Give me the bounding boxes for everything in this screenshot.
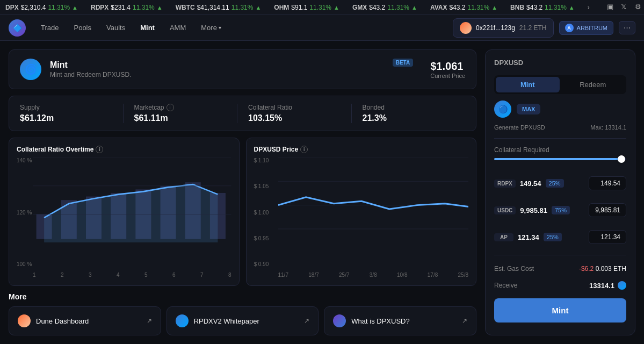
- ticker-avax: AVAX $43.2 11.31% ▲: [430, 4, 497, 11]
- ticker-ohm-change: 11.31%: [309, 4, 331, 11]
- nav-right: 0x221f...123g 21.2 ETH A ARBITRUM ⋯: [453, 18, 635, 38]
- ticker-ohm-value: $91.1: [291, 4, 307, 11]
- ticker-bnb-value: $43.2: [526, 4, 542, 11]
- nav-options-button[interactable]: ⋯: [619, 21, 635, 34]
- price-info-icon[interactable]: i: [300, 146, 308, 153]
- ticker-rdpx-name: RDPX: [91, 4, 108, 11]
- dune-icon: [18, 314, 31, 327]
- price-y-labels: $ 1.10 $ 1.05 $ 1.00 $ 0.95 $ 0.90: [254, 157, 269, 267]
- usdc-input[interactable]: 9,985.81: [589, 203, 626, 217]
- ticker-gmx: GMX $43.2 11.31% ▲: [352, 4, 417, 11]
- panel-header: DPXUSD: [494, 59, 626, 67]
- receive-amount: 13314.1: [589, 281, 626, 290]
- nav-vaults[interactable]: Vaults: [100, 20, 132, 35]
- gas-row: Est. Gas Cost -$6.2 0.003 ETH: [494, 263, 626, 275]
- marketcap-label: Marketcap i: [134, 104, 237, 111]
- svg-marker-8: [44, 184, 218, 242]
- arbitrum-badge[interactable]: A ARBITRUM: [559, 21, 613, 35]
- amount-input[interactable]: [546, 101, 644, 118]
- generate-row: Generate DPXUSD Max: 13314.1: [494, 124, 626, 131]
- gas-label: Est. Gas Cost: [494, 265, 534, 273]
- current-price: $1.061: [430, 60, 465, 73]
- ticker-avax-name: AVAX: [430, 4, 447, 11]
- ticker-wbtc: WBTC $41,314.11 11.31% ▲: [176, 4, 262, 11]
- wallet-avatar: [460, 22, 472, 34]
- mint-button[interactable]: Mint: [494, 298, 626, 322]
- rdpx-badge: RDPX: [494, 180, 516, 188]
- cr-x-labels: 1 2 3 4 5 6 7 8: [33, 272, 231, 278]
- ap-badge: AP: [494, 233, 513, 241]
- ap-input[interactable]: 121.34: [589, 230, 626, 244]
- more-links: Dune Dashboard ↗ RPDXV2 Whitepaper ↗ Wha…: [9, 306, 476, 335]
- usdc-pct: 75%: [552, 206, 570, 214]
- ticker-avax-change: 11.31%: [467, 4, 489, 11]
- ticker-ohm: OHM $91.1 11.31% ▲: [274, 4, 339, 11]
- ticker-rdpx-change: 11.31%: [133, 4, 155, 11]
- ticker-ohm-arrow-up: ▲: [334, 4, 339, 11]
- social-icons: ▣ 𝕏 ⚙: [607, 3, 644, 12]
- token-row-rdpx: RDPX 149.54 25% 149.54: [494, 173, 626, 194]
- cr-chart-card: Collateral Ratio Overtime i 140 % 120 % …: [9, 138, 240, 286]
- cr-info-icon[interactable]: i: [96, 146, 103, 153]
- supply-value: $61.12m: [20, 113, 123, 123]
- dpxusd-label: What is DPXUSD?: [351, 317, 409, 325]
- nav-trade[interactable]: Trade: [34, 20, 65, 35]
- ticker-rdpx-arrow-up: ▲: [157, 4, 163, 11]
- whitepaper-icon: [176, 314, 189, 327]
- arbitrum-label: ARBITRUM: [577, 25, 607, 31]
- cr-chart-title: Collateral Ratio Overtime i: [17, 146, 231, 153]
- collateral-slider-track[interactable]: [494, 158, 626, 160]
- ticker-dpx-arrow-up: ▲: [72, 4, 78, 11]
- max-button[interactable]: MAX: [517, 104, 540, 114]
- usdc-badge: USDC: [494, 206, 516, 214]
- eth-balance: 21.2 ETH: [519, 24, 547, 32]
- stat-bonded: Bonded 21.3%: [351, 104, 466, 123]
- beta-badge: BETA: [393, 59, 413, 67]
- divider-1: [494, 138, 626, 139]
- nav-more-label: More: [201, 24, 217, 32]
- what-is-dpxusd-link[interactable]: What is DPXUSD? ↗: [324, 306, 476, 335]
- receive-label: Receive: [494, 282, 517, 289]
- stat-supply: Supply $61.12m: [20, 104, 123, 123]
- dpxusd-icon: [333, 314, 346, 327]
- discord-icon[interactable]: ▣: [607, 3, 617, 12]
- ticker-gmx-change: 11.31%: [387, 4, 409, 11]
- supply-label: Supply: [20, 104, 123, 111]
- nav-amm[interactable]: AMM: [163, 20, 192, 35]
- usdc-amount: 9,985.81: [520, 206, 547, 214]
- dune-dashboard-link[interactable]: Dune Dashboard ↗: [9, 306, 161, 335]
- cr-chart-svg: [33, 157, 231, 242]
- more-section: More Dune Dashboard ↗ RPDXV2 Whitepaper …: [9, 292, 476, 335]
- ticker-bnb-change: 11.31%: [545, 4, 567, 11]
- ap-pct: 25%: [544, 233, 562, 241]
- ticker-dpx-value: $2,310.4: [21, 4, 46, 11]
- token-row-ap: AP 121.34 25% 121.34: [494, 227, 626, 247]
- marketcap-info-icon[interactable]: i: [167, 104, 174, 111]
- nav-more[interactable]: More ▾: [194, 20, 228, 35]
- collateral-ratio-value: 103.15%: [248, 113, 351, 123]
- slider-thumb: [618, 155, 625, 163]
- ticker-next-arrow[interactable]: ›: [588, 4, 590, 11]
- eth-cost: 0.003 ETH: [596, 265, 626, 273]
- price-chart-svg: [278, 157, 469, 253]
- settings-icon[interactable]: ⚙: [635, 3, 644, 12]
- tab-mint[interactable]: Mint: [496, 77, 560, 92]
- rdpx-amount: 149.54: [520, 180, 541, 188]
- rdpx-input[interactable]: 149.54: [589, 176, 626, 190]
- ticker-gmx-arrow-up: ▲: [411, 4, 417, 11]
- nav-pools[interactable]: Pools: [67, 20, 98, 35]
- nav-mint[interactable]: Mint: [134, 20, 161, 35]
- ticker-wbtc-name: WBTC: [176, 4, 195, 11]
- whitepaper-link[interactable]: RPDXV2 Whitepaper ↗: [167, 306, 319, 335]
- token-row-usdc: USDC 9,985.81 75% 9,985.81: [494, 200, 626, 220]
- tab-redeem[interactable]: Redeem: [561, 77, 625, 92]
- receive-token-icon: [618, 281, 626, 290]
- divider-2: [494, 255, 626, 255]
- max-amount-label: Max: 13314.1: [590, 124, 626, 131]
- ticker-bnb: BNB $43.2 11.31% ▲: [510, 4, 575, 11]
- stats-row: Supply $61.12m Marketcap i $61.11m Colla…: [9, 96, 476, 131]
- stat-collateral-ratio: Collateral Ratio 103.15%: [237, 104, 351, 123]
- wallet-button[interactable]: 0x221f...123g 21.2 ETH: [453, 18, 553, 38]
- twitter-icon[interactable]: 𝕏: [621, 3, 631, 12]
- generate-label: Generate DPXUSD: [494, 124, 545, 131]
